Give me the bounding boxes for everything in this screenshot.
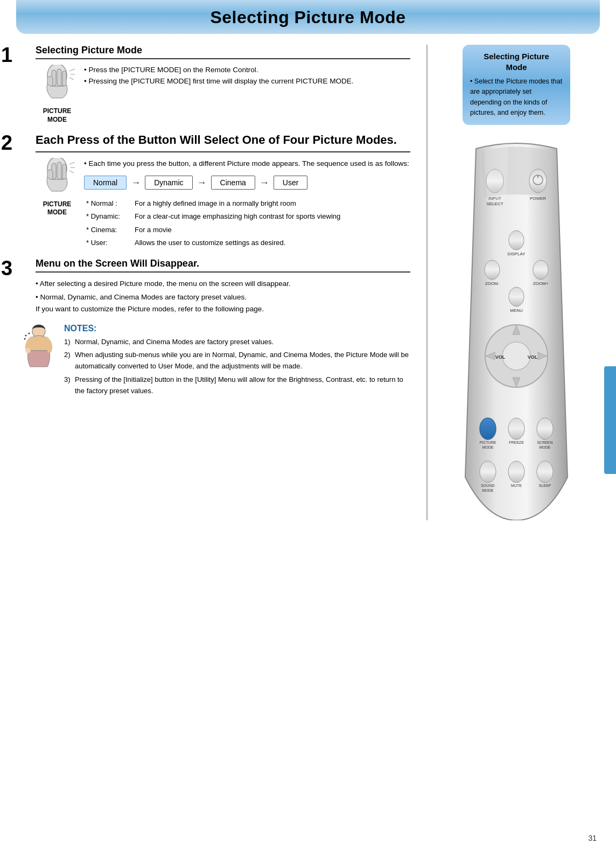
section-1-hand-wrap: PICTUREMODE xyxy=(36,65,79,124)
svg-text:MODE: MODE xyxy=(482,445,494,449)
svg-text:SLEEP: SLEEP xyxy=(539,484,551,487)
svg-text:MODE: MODE xyxy=(482,489,494,492)
section-1-text: Press the [PICTURE MODE] on the Remote C… xyxy=(84,65,410,87)
note-2: 2) When adjusting sub-menus while you ar… xyxy=(64,350,410,372)
svg-text:ZOOM-: ZOOM- xyxy=(485,281,500,286)
info-box-title: Selecting PictureMode xyxy=(470,51,563,72)
mode-dynamic: Dynamic xyxy=(145,176,192,190)
section-2-title: Each Press of the Button Will Select One… xyxy=(36,132,410,148)
info-box: Selecting PictureMode Select the Picture… xyxy=(463,45,570,125)
svg-line-13 xyxy=(69,162,75,164)
page-number: 31 xyxy=(588,834,597,842)
section-2-hand-wrap: PICTUREMODE xyxy=(36,158,79,217)
section-2-number: 2 xyxy=(1,132,12,153)
blue-sidebar xyxy=(604,366,616,474)
mode-cinema: Cinema xyxy=(211,176,255,190)
desc-dynamic: * Dynamic: For a clear-cut image emphasi… xyxy=(84,210,342,223)
svg-text:MUTE: MUTE xyxy=(511,484,522,487)
svg-point-20 xyxy=(24,338,26,339)
svg-text:SOUND: SOUND xyxy=(481,484,494,487)
section-3-text: After selecting a desired Picture mode, … xyxy=(36,278,410,315)
section-1: 1 Selecting Picture Mode xyxy=(16,45,410,124)
svg-rect-10 xyxy=(57,162,61,179)
section-1-mode-label: PICTUREMODE xyxy=(43,107,72,124)
svg-text:PICTURE: PICTURE xyxy=(480,441,496,444)
svg-point-49 xyxy=(537,418,553,440)
hand-press-icon-2 xyxy=(40,158,75,198)
svg-point-30 xyxy=(485,260,500,280)
svg-point-57 xyxy=(537,461,553,483)
section-2-mode-label: PICTUREMODE xyxy=(43,200,72,217)
info-box-bullet: Select the Picture modes that are approp… xyxy=(470,76,563,118)
notes-section: NOTES: 1) Normal, Dynamic, and Cinema Mo… xyxy=(16,324,410,399)
svg-point-28 xyxy=(509,231,524,250)
mode-descriptions: * Normal : For a highly defined image in… xyxy=(84,197,410,249)
svg-point-18 xyxy=(29,332,30,334)
svg-text:DISPLAY: DISPLAY xyxy=(507,252,526,256)
svg-text:MENU: MENU xyxy=(510,308,523,313)
notes-list: 1) Normal, Dynamic, and Cinema Modes are… xyxy=(64,337,410,397)
section-1-bullet-2: Pressing the [PICTURE MODE] first time w… xyxy=(84,76,410,87)
desc-cinema: * Cinema: For a movie xyxy=(84,224,342,236)
mode-normal: Normal xyxy=(84,176,127,190)
note-1: 1) Normal, Dynamic, and Cinema Modes are… xyxy=(64,337,410,348)
section-2-body-text: • Each time you press the button, a diff… xyxy=(84,158,410,249)
svg-line-5 xyxy=(69,69,75,71)
section-3-number: 3 xyxy=(1,258,12,278)
section-3-bullet-1: After selecting a desired Picture mode, … xyxy=(36,278,410,290)
desc-user: * User: Allows the user to customize set… xyxy=(84,236,342,249)
svg-rect-3 xyxy=(62,71,66,86)
svg-point-44 xyxy=(480,418,496,440)
desc-normal: * Normal : For a highly defined image in… xyxy=(84,197,342,210)
svg-text:VOL: VOL xyxy=(495,354,506,360)
remote-svg: INPUT SELECT POWER DISPLAY ZOOM- ZOOM+ xyxy=(454,132,578,520)
right-column: Selecting PictureMode Select the Picture… xyxy=(433,45,600,520)
svg-text:ZOOM+: ZOOM+ xyxy=(533,281,549,286)
hand-press-icon xyxy=(40,65,75,105)
section-3: 3 Menu on the Screen Will Disappear. Aft… xyxy=(16,258,410,315)
left-column: 1 Selecting Picture Mode xyxy=(16,45,421,520)
section-1-number: 1 xyxy=(1,45,12,65)
section-2: 2 Each Press of the Button Will Select O… xyxy=(16,132,410,249)
page-title: Selecting Picture Mode xyxy=(16,8,600,27)
remote-control: INPUT SELECT POWER DISPLAY ZOOM- ZOOM+ xyxy=(454,132,578,520)
svg-point-17 xyxy=(25,348,31,353)
svg-line-15 xyxy=(69,171,74,173)
svg-point-52 xyxy=(480,461,496,483)
notes-content: NOTES: 1) Normal, Dynamic, and Cinema Mo… xyxy=(64,324,410,399)
svg-point-19 xyxy=(25,334,27,336)
svg-line-7 xyxy=(69,78,74,80)
svg-point-32 xyxy=(533,260,548,280)
notes-title: NOTES: xyxy=(64,324,410,333)
svg-text:FREEZE: FREEZE xyxy=(509,441,524,444)
section-1-bullet-1: Press the [PICTURE MODE] on the Remote C… xyxy=(84,65,410,76)
divider xyxy=(426,45,428,520)
svg-point-47 xyxy=(508,418,524,440)
svg-point-24 xyxy=(529,169,547,193)
arrow-3: → xyxy=(260,177,269,189)
note-3: 3) Pressing of the [Initialize] button i… xyxy=(64,374,410,397)
section-3-title: Menu on the Screen Will Disappear. xyxy=(36,258,410,273)
svg-point-37 xyxy=(502,342,530,370)
svg-point-55 xyxy=(508,461,524,483)
svg-text:POWER: POWER xyxy=(530,196,546,201)
svg-text:MODE: MODE xyxy=(540,445,551,449)
arrow-1: → xyxy=(131,177,141,189)
info-box-text: Select the Picture modes that are approp… xyxy=(470,76,563,118)
notes-figure-icon xyxy=(22,324,57,369)
section-3-bullet-2: Normal, Dynamic, and Cinema Modes are fa… xyxy=(36,291,410,315)
page-header: Selecting Picture Mode xyxy=(16,0,600,34)
svg-rect-2 xyxy=(57,69,61,86)
mode-sequence: Normal → Dynamic → Cinema → User xyxy=(84,176,410,190)
svg-point-34 xyxy=(509,287,524,306)
svg-text:SCREEN: SCREEN xyxy=(537,441,552,444)
svg-text:VOL: VOL xyxy=(528,354,538,360)
svg-text:SELECT: SELECT xyxy=(486,201,503,206)
svg-rect-11 xyxy=(62,164,66,179)
mode-user: User xyxy=(274,176,308,190)
section-1-title: Selecting Picture Mode xyxy=(36,45,410,59)
arrow-2: → xyxy=(197,177,207,189)
